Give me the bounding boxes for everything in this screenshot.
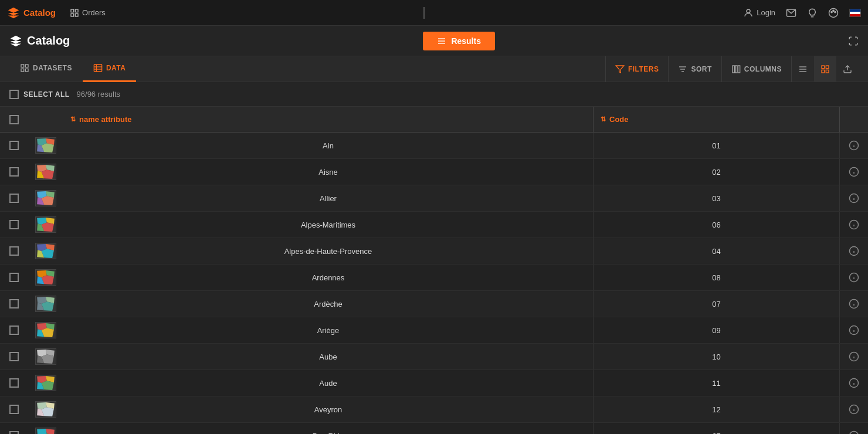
row-cb-1[interactable] bbox=[9, 167, 19, 177]
list-view-button[interactable] bbox=[792, 56, 814, 82]
row-name-3: Alpes-Maritimes bbox=[63, 212, 594, 238]
info-icon-3 bbox=[849, 219, 859, 230]
tab-datasets[interactable]: DATASETS bbox=[9, 56, 83, 82]
row-info-button-7[interactable] bbox=[840, 325, 868, 335]
svg-rect-16 bbox=[25, 69, 28, 72]
row-name-6: Ardèche bbox=[63, 291, 594, 317]
results-count: 96/96 results bbox=[77, 90, 120, 99]
row-info-button-8[interactable] bbox=[840, 351, 868, 362]
palette-button[interactable] bbox=[828, 8, 839, 18]
svg-rect-34 bbox=[826, 70, 829, 73]
row-info-button-10[interactable] bbox=[840, 404, 868, 415]
map-thumb-8 bbox=[35, 348, 56, 365]
row-info-button-5[interactable] bbox=[840, 272, 868, 283]
row-checkbox-7[interactable] bbox=[0, 326, 28, 335]
select-bar: SELECT ALL 96/96 results bbox=[0, 82, 868, 107]
mail-button[interactable] bbox=[786, 8, 796, 18]
row-cb-6[interactable] bbox=[9, 299, 19, 308]
th-code[interactable]: ⇅ Code bbox=[594, 107, 840, 132]
svg-point-8 bbox=[833, 10, 834, 11]
row-checkbox-4[interactable] bbox=[0, 246, 28, 256]
map-thumb-1 bbox=[35, 164, 56, 180]
svg-rect-26 bbox=[735, 66, 737, 73]
row-checkbox-2[interactable] bbox=[0, 194, 28, 203]
orders-nav-link[interactable]: Orders bbox=[70, 8, 106, 18]
svg-rect-13 bbox=[21, 65, 24, 67]
sort-action[interactable]: SORT bbox=[668, 56, 721, 82]
row-cb-10[interactable] bbox=[9, 405, 19, 414]
row-checkbox-6[interactable] bbox=[0, 299, 28, 308]
header-checkbox[interactable] bbox=[9, 115, 19, 124]
catalog-nav-link[interactable]: Catalog bbox=[7, 6, 56, 19]
row-info-button-6[interactable] bbox=[840, 299, 868, 309]
login-button[interactable]: Login bbox=[743, 8, 775, 18]
row-checkbox-3[interactable] bbox=[0, 220, 28, 229]
select-all-control[interactable]: SELECT ALL bbox=[9, 90, 70, 99]
row-name-8: Aube bbox=[63, 344, 594, 369]
row-info-button-9[interactable] bbox=[840, 378, 868, 388]
row-checkbox-0[interactable] bbox=[0, 141, 28, 150]
th-name[interactable]: ⇅ name attribute bbox=[63, 107, 594, 132]
row-cb-2[interactable] bbox=[9, 194, 19, 203]
results-button[interactable]: Results bbox=[423, 32, 495, 50]
orders-icon bbox=[70, 8, 79, 18]
svg-point-4 bbox=[747, 9, 750, 13]
row-info-button-11[interactable] bbox=[840, 430, 868, 434]
table-row: Aveyron 12 bbox=[0, 396, 868, 423]
export-view-button[interactable] bbox=[836, 56, 859, 82]
row-cb-3[interactable] bbox=[9, 220, 19, 229]
grid-view-button[interactable] bbox=[814, 56, 836, 82]
select-all-checkbox[interactable] bbox=[9, 90, 19, 99]
row-cb-5[interactable] bbox=[9, 273, 19, 282]
row-checkbox-11[interactable] bbox=[0, 431, 28, 434]
row-code-9: 11 bbox=[594, 370, 840, 396]
row-name-11: Bas-Rhin bbox=[63, 423, 594, 434]
row-thumbnail-5 bbox=[28, 269, 63, 286]
row-code-3: 06 bbox=[594, 212, 840, 238]
row-checkbox-10[interactable] bbox=[0, 405, 28, 414]
table-row: Ardèche 07 bbox=[0, 291, 868, 317]
row-cb-11[interactable] bbox=[9, 431, 19, 434]
map-thumb-10 bbox=[35, 401, 56, 418]
tab-datasets-label: DATASETS bbox=[33, 64, 72, 72]
row-thumbnail-3 bbox=[28, 216, 63, 233]
map-thumb-0 bbox=[35, 137, 56, 154]
lightbulb-button[interactable] bbox=[807, 8, 818, 18]
row-cb-9[interactable] bbox=[9, 378, 19, 388]
flag-uk-icon bbox=[849, 9, 861, 17]
row-info-button-3[interactable] bbox=[840, 219, 868, 230]
tab-data[interactable]: DATA bbox=[83, 56, 137, 82]
row-cb-4[interactable] bbox=[9, 246, 19, 256]
row-info-button-2[interactable] bbox=[840, 193, 868, 204]
row-cb-8[interactable] bbox=[9, 352, 19, 361]
row-cb-0[interactable] bbox=[9, 141, 19, 150]
svg-rect-3 bbox=[75, 13, 78, 16]
row-thumbnail-8 bbox=[28, 348, 63, 365]
filter-icon bbox=[615, 65, 625, 74]
toolbar-actions: FILTERS SORT COLUMNS bbox=[605, 56, 859, 82]
info-icon-6 bbox=[849, 299, 859, 309]
filters-action[interactable]: FILTERS bbox=[605, 56, 669, 82]
row-info-button-4[interactable] bbox=[840, 246, 868, 256]
row-cb-7[interactable] bbox=[9, 326, 19, 335]
nav-right: Login bbox=[743, 8, 861, 18]
grid-view-icon bbox=[820, 65, 830, 74]
row-checkbox-9[interactable] bbox=[0, 378, 28, 388]
map-thumb-7 bbox=[35, 322, 56, 338]
map-thumb-6 bbox=[35, 296, 56, 312]
svg-rect-27 bbox=[738, 66, 740, 73]
header-expand-icon[interactable] bbox=[848, 36, 859, 46]
language-button[interactable] bbox=[849, 9, 861, 17]
lightbulb-icon bbox=[807, 8, 818, 18]
row-info-button-1[interactable] bbox=[840, 167, 868, 177]
columns-action[interactable]: COLUMNS bbox=[721, 56, 791, 82]
row-name-0: Ain bbox=[63, 133, 594, 158]
info-icon-0 bbox=[849, 140, 859, 151]
row-thumbnail-4 bbox=[28, 243, 63, 259]
row-checkbox-5[interactable] bbox=[0, 273, 28, 282]
results-button-label: Results bbox=[451, 36, 481, 46]
row-checkbox-1[interactable] bbox=[0, 167, 28, 177]
row-checkbox-8[interactable] bbox=[0, 352, 28, 361]
sort-label: SORT bbox=[691, 65, 711, 73]
row-info-button-0[interactable] bbox=[840, 140, 868, 151]
